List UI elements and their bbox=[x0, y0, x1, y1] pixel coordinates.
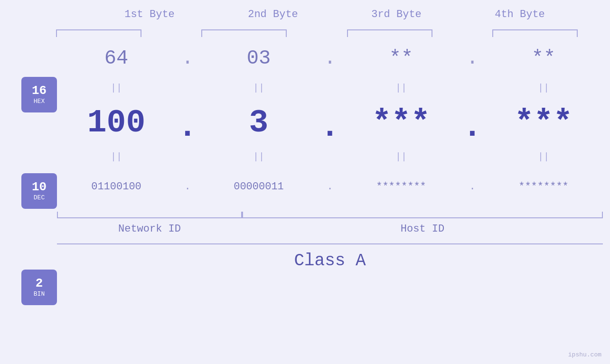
hex-dot1: . bbox=[176, 47, 199, 70]
bin-dot2: . bbox=[318, 181, 342, 193]
id-labels-row: Network ID Host ID bbox=[57, 223, 603, 235]
bin-badge: 2 BIN bbox=[21, 270, 57, 305]
main-container: 1st Byte 2nd Byte 3rd Byte 4th Byte 16 H… bbox=[0, 0, 610, 364]
eq4: || bbox=[484, 83, 603, 93]
eq1: || bbox=[57, 83, 176, 93]
values-area: 64 . 03 . ** . ** || || || || 100 bbox=[57, 37, 603, 364]
badges-column: 16 HEX 10 DEC 2 BIN bbox=[14, 37, 57, 364]
eq8: || bbox=[484, 151, 603, 162]
bin-b2: 00000011 bbox=[199, 181, 318, 193]
dec-b4: *** bbox=[484, 104, 603, 141]
bin-dot3: . bbox=[460, 181, 484, 193]
bin-label: BIN bbox=[34, 290, 45, 298]
eq5: || bbox=[57, 151, 176, 162]
dec-bin-equals: || || || || bbox=[57, 149, 603, 165]
eq3: || bbox=[342, 83, 460, 93]
dec-dot3: . bbox=[460, 102, 484, 143]
byte2-header: 2nd Byte bbox=[216, 9, 330, 20]
bin-num: 2 bbox=[36, 277, 43, 289]
dec-b2: 3 bbox=[199, 104, 318, 141]
hex-num: 16 bbox=[32, 84, 47, 97]
eq6: || bbox=[199, 151, 318, 162]
bracket-box-1 bbox=[56, 29, 141, 37]
byte3-header: 3rd Byte bbox=[339, 9, 453, 20]
hex-b2: 03 bbox=[199, 47, 318, 70]
top-brackets bbox=[14, 23, 596, 37]
host-bracket bbox=[242, 212, 603, 218]
network-bracket bbox=[57, 212, 242, 218]
dec-num: 10 bbox=[32, 181, 47, 193]
dec-badge: 10 DEC bbox=[21, 173, 57, 209]
content-area: 16 HEX 10 DEC 2 BIN 64 . 03 . ** . ** bbox=[14, 37, 596, 364]
byte1-header: 1st Byte bbox=[93, 9, 206, 20]
hex-dot3: . bbox=[460, 47, 484, 70]
byte4-header: 4th Byte bbox=[463, 9, 577, 20]
bottom-bracket-area: Network ID Host ID Class A bbox=[57, 212, 603, 271]
bracket-box-3 bbox=[347, 29, 432, 37]
full-bracket-line bbox=[57, 243, 603, 244]
hex-b4: ** bbox=[484, 47, 603, 70]
host-id-label: Host ID bbox=[242, 223, 603, 235]
hex-badge: 16 HEX bbox=[21, 77, 57, 112]
bracket-box-2 bbox=[201, 29, 287, 37]
class-label: Class A bbox=[57, 251, 603, 271]
hex-dot2: . bbox=[318, 47, 342, 70]
dec-b1: 100 bbox=[57, 104, 176, 141]
hex-dec-equals: || || || || bbox=[57, 80, 603, 96]
eq7: || bbox=[342, 151, 460, 162]
dec-row: 100 . 3 . *** . *** bbox=[57, 96, 603, 149]
hex-row: 64 . 03 . ** . ** bbox=[57, 37, 603, 80]
byte-headers: 1st Byte 2nd Byte 3rd Byte 4th Byte bbox=[14, 9, 596, 20]
bin-dot1: . bbox=[176, 181, 199, 193]
bottom-bracket-lines bbox=[57, 212, 603, 221]
bin-b3: ******** bbox=[342, 181, 460, 193]
bracket-box-4 bbox=[492, 29, 578, 37]
dec-dot1: . bbox=[176, 102, 199, 143]
hex-b1: 64 bbox=[57, 47, 176, 70]
bin-b1: 01100100 bbox=[57, 181, 176, 193]
dec-dot2: . bbox=[318, 102, 342, 143]
dec-label: DEC bbox=[34, 194, 45, 201]
bin-b4: ******** bbox=[484, 181, 603, 193]
watermark: ipshu.com bbox=[568, 351, 601, 358]
hex-b3: ** bbox=[342, 47, 460, 70]
dec-b3: *** bbox=[342, 104, 460, 141]
hex-label: HEX bbox=[34, 98, 45, 105]
bin-row: 01100100 . 00000011 . ******** . *******… bbox=[57, 165, 603, 208]
eq2: || bbox=[199, 83, 318, 93]
network-id-label: Network ID bbox=[57, 223, 242, 235]
